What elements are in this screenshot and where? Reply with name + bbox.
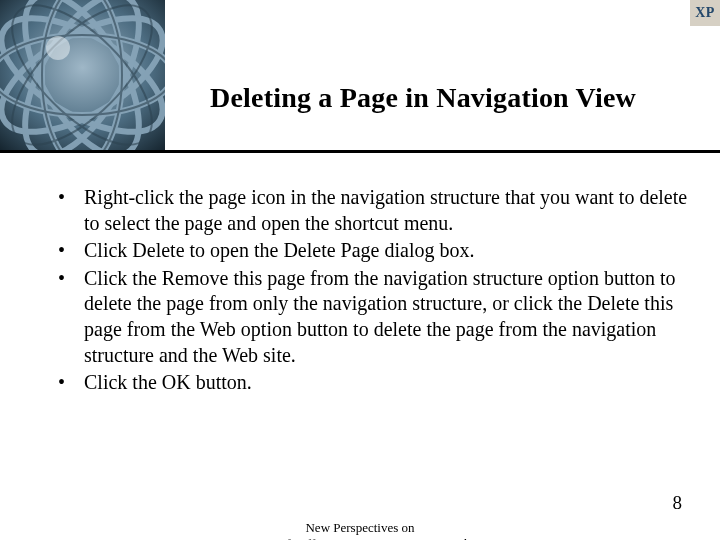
svg-point-11	[46, 36, 70, 60]
footer-text: New Perspectives on Microsoft Office Fro…	[243, 520, 477, 540]
page-number: 8	[673, 492, 683, 514]
globe-sphere-icon	[0, 0, 165, 150]
footer-line-2: Microsoft Office Front. Page 2003 Tutori…	[243, 536, 477, 540]
header-image	[0, 0, 165, 150]
list-item: Click Delete to open the Delete Page dia…	[48, 238, 688, 264]
list-item: Click the Remove this page from the navi…	[48, 266, 688, 368]
list-item: Right-click the page icon in the navigat…	[48, 185, 688, 236]
slide: Deleting a Page in Navigation View XP Ri…	[0, 0, 720, 540]
footer-line-1: New Perspectives on	[243, 520, 477, 536]
list-item: Click the OK button.	[48, 370, 688, 396]
slide-header: Deleting a Page in Navigation View XP	[0, 0, 720, 150]
header-underline	[0, 150, 720, 153]
bullet-list: Right-click the page icon in the navigat…	[48, 185, 688, 396]
slide-title: Deleting a Page in Navigation View	[210, 82, 710, 114]
xp-badge: XP	[690, 0, 720, 26]
slide-body: Right-click the page icon in the navigat…	[48, 185, 688, 398]
